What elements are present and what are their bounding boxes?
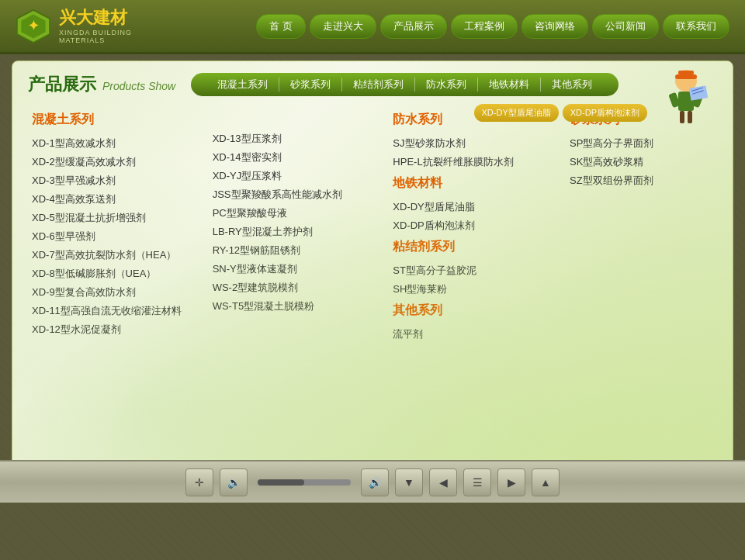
page-header: 产品展示 Products Show 混凝土系列 砂浆系列 粘结剂系列 防水系列… (12, 61, 733, 104)
product-item[interactable]: XD-3型早强减水剂 (32, 171, 197, 190)
header: ✦ 兴大建材 XINGDA BUILDING MATERIALS 首 页 走进兴… (0, 0, 745, 54)
far-right-column: 砂浆系列 SP型高分子界面剂 SK型高效砂浆精 SZ型双组份界面剂 (558, 108, 713, 344)
toolbar-slider[interactable] (258, 479, 351, 486)
adhesive-title: 粘结剂系列 (393, 239, 558, 255)
cat-waterproof[interactable]: 防水系列 (415, 78, 478, 92)
page-title-area: 产品展示 Products Show (28, 73, 175, 96)
logo-cn: 兴大建材 (59, 8, 127, 27)
highlight-1[interactable]: XD-DY型盾尾油脂 (474, 104, 559, 122)
nav-bar: 首 页 走进兴大 产品展示 工程案例 咨询网络 公司新闻 联系我们 (171, 14, 729, 39)
product-item[interactable]: WS-T5型混凝土脱模粉 (213, 297, 378, 316)
product-item[interactable]: XD-12型水泥促凝剂 (32, 320, 197, 339)
logo-text-area: 兴大建材 XINGDA BUILDING MATERIALS (59, 8, 171, 43)
product-item[interactable]: XD-13型压浆剂 (213, 130, 378, 148)
cat-mortar[interactable]: 砂浆系列 (279, 78, 342, 92)
product-item[interactable]: XD-7型高效抗裂防水剂（HEA） (32, 246, 197, 264)
product-item[interactable]: JSS型聚羧酸系高性能减水剂 (213, 185, 378, 204)
category-nav: 混凝土系列 砂浆系列 粘结剂系列 防水系列 地铁材料 其他系列 (191, 73, 619, 96)
product-item[interactable]: SN-Y型液体速凝剂 (213, 260, 378, 278)
character-illustration (655, 65, 717, 127)
toolbar-move-btn[interactable]: ✛ (185, 468, 213, 496)
logo-en: XINGDA BUILDING MATERIALS (59, 29, 171, 44)
product-item[interactable]: WS-2型建筑脱模剂 (213, 278, 378, 297)
svg-rect-5 (678, 71, 694, 74)
nav-about[interactable]: 走进兴大 (310, 14, 376, 39)
product-item[interactable]: XD-YJ型压浆料 (213, 167, 378, 185)
metro-title: 地铁材料 (393, 175, 558, 192)
product-item[interactable]: SK型高效砂浆精 (570, 153, 713, 171)
product-item[interactable]: PC型聚羧酸母液 (213, 204, 378, 223)
product-item[interactable]: XD-8型低碱膨胀剂（UEA） (32, 264, 197, 283)
bottom-toolbar: ✛ 🔈 🔊 ▼ ◀ ☰ ▶ ▲ (0, 460, 745, 503)
product-item[interactable]: XD-5型混凝土抗折增强剂 (32, 209, 197, 227)
product-item[interactable]: XD-DY型盾尾油脂 (393, 198, 558, 216)
svg-rect-4 (675, 74, 697, 79)
product-item[interactable]: SJ型砂浆防水剂 (393, 134, 558, 153)
product-item[interactable]: ST型高分子益胶泥 (393, 261, 558, 280)
main-content: 产品展示 Products Show 混凝土系列 砂浆系列 粘结剂系列 防水系列… (12, 60, 733, 503)
right-column: 防水系列 SJ型砂浆防水剂 HPE-L抗裂纤维胀膜防水剂 地铁材料 XD-DY型… (377, 108, 558, 344)
nav-contact[interactable]: 联系我们 (663, 14, 729, 39)
svg-text:✦: ✦ (28, 18, 39, 33)
product-item[interactable]: XD-DP盾构泡沫剂 (393, 216, 558, 235)
product-item[interactable]: SZ型双组份界面剂 (570, 171, 713, 190)
product-item[interactable]: RY-12型钢筋阻锈剂 (213, 241, 378, 260)
product-item[interactable]: XD-1型高效减水剂 (32, 134, 197, 153)
product-item[interactable]: 流平剂 (393, 325, 558, 344)
product-item[interactable]: XD-2型缓凝高效减水剂 (32, 153, 197, 171)
product-item[interactable]: SP型高分子界面剂 (570, 134, 713, 153)
cat-concrete[interactable]: 混凝土系列 (206, 78, 279, 92)
nav-consult[interactable]: 咨询网络 (522, 14, 588, 39)
toolbar-volume-down-btn[interactable]: 🔈 (220, 468, 248, 496)
logo-area: ✦ 兴大建材 XINGDA BUILDING MATERIALS (16, 7, 171, 46)
cat-metro[interactable]: 地铁材料 (478, 78, 541, 92)
left-column: 混凝土系列 XD-1型高效减水剂 XD-2型缓凝高效减水剂 XD-3型早强减水剂… (32, 108, 197, 344)
product-item[interactable]: XD-4型高效泵送剂 (32, 190, 197, 209)
toolbar-back-btn[interactable]: ◀ (429, 468, 457, 496)
nav-news[interactable]: 公司新闻 (592, 14, 659, 39)
cat-other[interactable]: 其他系列 (541, 78, 603, 92)
product-item[interactable]: SH型海莱粉 (393, 280, 558, 299)
toolbar-list-btn[interactable]: ☰ (463, 468, 491, 496)
other-title: 其他系列 (393, 302, 558, 319)
page-title-cn: 产品展示 (28, 73, 96, 96)
cat-adhesive[interactable]: 粘结剂系列 (342, 78, 415, 92)
product-item[interactable]: XD-6型早强剂 (32, 227, 197, 246)
product-item[interactable]: XD-11型高强自流无收缩灌注材料 (32, 302, 197, 320)
svg-rect-10 (688, 111, 692, 123)
toolbar-forward-btn[interactable]: ▶ (497, 468, 525, 496)
product-content: 混凝土系列 XD-1型高效减水剂 XD-2型缓凝高效减水剂 XD-3型早强减水剂… (12, 104, 733, 351)
product-item[interactable]: XD-14型密实剂 (213, 148, 378, 167)
concrete-title: 混凝土系列 (32, 112, 197, 128)
product-item[interactable]: XD-9型复合高效防水剂 (32, 283, 197, 302)
nav-products[interactable]: 产品展示 (380, 14, 447, 39)
toolbar-up-btn[interactable]: ▲ (532, 468, 560, 496)
nav-home[interactable]: 首 页 (256, 14, 306, 39)
highlight-bubbles: XD-DY型盾尾油脂 XD-DP盾构泡沫剂 (474, 104, 647, 122)
logo-icon: ✦ (16, 7, 51, 46)
svg-rect-9 (680, 111, 684, 123)
highlight-2[interactable]: XD-DP盾构泡沫剂 (563, 104, 647, 122)
product-item[interactable]: HPE-L抗裂纤维胀膜防水剂 (393, 153, 558, 171)
page-title-en: Products Show (102, 80, 175, 92)
toolbar-down-btn[interactable]: ▼ (395, 468, 423, 496)
product-item[interactable]: LB-RY型混凝土养护剂 (213, 223, 378, 241)
middle-column: XD-13型压浆剂 XD-14型密实剂 XD-YJ型压浆料 JSS型聚羧酸系高性… (197, 108, 378, 344)
nav-cases[interactable]: 工程案例 (451, 14, 518, 39)
toolbar-volume-up-btn[interactable]: 🔊 (361, 468, 389, 496)
